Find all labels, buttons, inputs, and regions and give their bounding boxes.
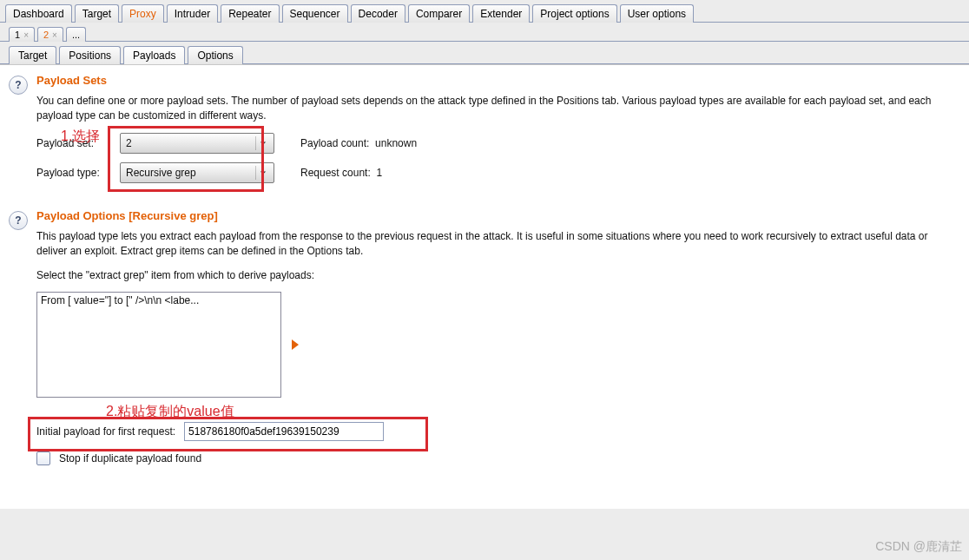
help-icon[interactable]: ?: [9, 211, 28, 230]
chevron-down-icon: [255, 166, 270, 180]
payload-type-value: Recursive grep: [126, 167, 196, 179]
payload-sets-section: ? Payload Sets You can define one or mor…: [9, 74, 960, 192]
stop-duplicate-label: Stop if duplicate payload found: [59, 452, 201, 464]
payload-count-value: unknown: [375, 137, 417, 149]
main-tab-repeater[interactable]: Repeater: [221, 4, 279, 23]
help-icon[interactable]: ?: [9, 76, 28, 95]
payload-set-dropdown[interactable]: 2: [120, 133, 274, 154]
sub-tab-payloads[interactable]: Payloads: [123, 46, 185, 64]
initial-payload-label: Initial payload for first request:: [36, 425, 175, 438]
payload-set-value: 2: [126, 137, 132, 149]
close-icon[interactable]: ×: [23, 30, 29, 40]
payload-options-title: Payload Options [Recursive grep]: [36, 209, 960, 222]
payload-sets-desc: You can define one or more payload sets.…: [36, 94, 960, 124]
payload-type-row: Payload type: Recursive grep Request cou…: [36, 162, 960, 183]
initial-payload-input[interactable]: [184, 422, 384, 441]
attack-tab-...[interactable]: ...: [66, 27, 86, 42]
annotation-2-text: 2.粘贴复制的value值: [106, 403, 234, 421]
sub-tab-positions[interactable]: Positions: [59, 46, 121, 64]
payloads-panel: ? Payload Sets You can define one or mor…: [0, 64, 969, 509]
payload-set-label: Payload set:: [36, 137, 111, 149]
attack-tab-2[interactable]: 2×: [37, 27, 63, 42]
main-tab-intruder[interactable]: Intruder: [167, 4, 218, 23]
chevron-down-icon: [255, 136, 270, 150]
payload-options-desc: This payload type lets you extract each …: [36, 229, 960, 260]
request-count-label: Request count:: [300, 167, 371, 179]
main-tab-user-options[interactable]: User options: [620, 4, 694, 23]
payload-options-section: ? Payload Options [Recursive grep] This …: [9, 209, 960, 474]
triangle-right-icon: [292, 339, 299, 350]
intruder-sub-tabbar: TargetPositionsPayloadsOptions: [0, 42, 969, 64]
attack-tab-1[interactable]: 1×: [9, 27, 35, 42]
main-tab-comparer[interactable]: Comparer: [408, 4, 470, 23]
payload-set-row: Payload set: 2 Payload count: unknown: [36, 133, 960, 154]
payload-sets-title: Payload Sets: [36, 74, 960, 87]
sub-tab-options[interactable]: Options: [188, 46, 242, 64]
sub-tab-target[interactable]: Target: [9, 46, 56, 64]
payload-type-dropdown[interactable]: Recursive grep: [120, 162, 274, 183]
extract-grep-list[interactable]: From [ value="] to [" />\n\n <labe...: [36, 292, 281, 398]
extract-grep-item[interactable]: From [ value="] to [" />\n\n <labe...: [37, 293, 280, 308]
main-tabbar: DashboardTargetProxyIntruderRepeaterSequ…: [0, 0, 969, 23]
stop-duplicate-checkbox[interactable]: [36, 451, 50, 465]
main-tab-project-options[interactable]: Project options: [532, 4, 616, 23]
payload-type-label: Payload type:: [36, 167, 111, 179]
attack-tabbar: 1×2×...: [0, 23, 969, 42]
request-count-value: 1: [376, 167, 382, 179]
main-tab-dashboard[interactable]: Dashboard: [5, 4, 72, 23]
payload-count-label: Payload count:: [300, 137, 369, 149]
main-tab-decoder[interactable]: Decoder: [351, 4, 405, 23]
main-tab-proxy[interactable]: Proxy: [122, 4, 164, 23]
main-tab-sequencer[interactable]: Sequencer: [282, 4, 348, 23]
main-tab-target[interactable]: Target: [75, 4, 119, 23]
close-icon[interactable]: ×: [52, 30, 57, 40]
main-tab-extender[interactable]: Extender: [472, 4, 530, 23]
extract-grep-select-label: Select the "extract grep" item from whic…: [36, 268, 960, 283]
